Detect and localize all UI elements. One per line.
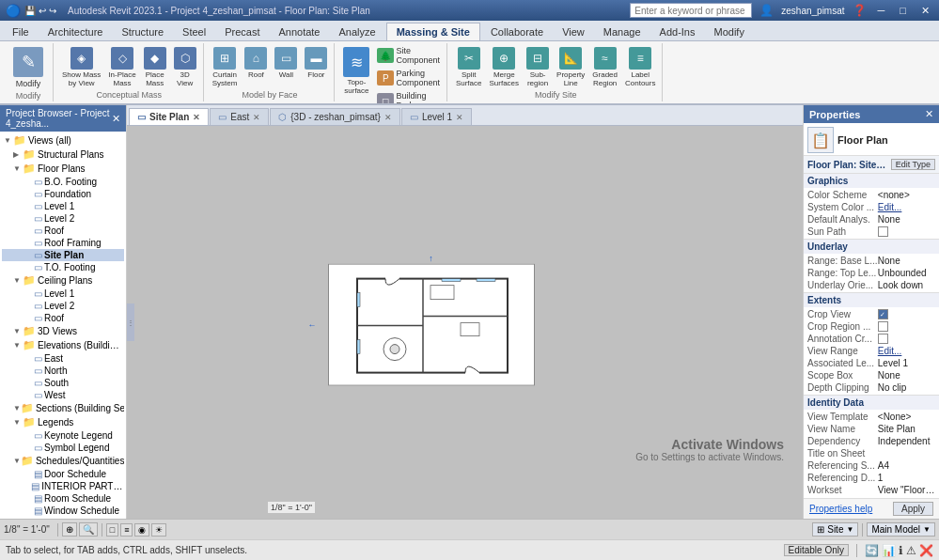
- redo-btn[interactable]: ↪: [49, 6, 56, 16]
- pp-value-edit[interactable]: Edit...: [878, 346, 902, 356]
- graded-region-btn[interactable]: ≈ GradedRegion: [589, 45, 620, 89]
- pp-checkbox-crop[interactable]: ✓: [878, 309, 888, 319]
- tree-item-roof-framing[interactable]: ▭ Roof Framing: [2, 237, 124, 249]
- tab-view[interactable]: View: [554, 23, 593, 40]
- tree-item-west[interactable]: ▭ West: [2, 389, 124, 401]
- tree-item-structural-plans[interactable]: ▶ 📁 Structural Plans: [2, 148, 124, 162]
- pp-section-header-graphics[interactable]: Graphics: [804, 174, 939, 188]
- show-mass-btn[interactable]: ◈ Show Massby View: [59, 45, 103, 89]
- tree-item-bo-footing[interactable]: ▭ B.O. Footing: [2, 176, 124, 188]
- tree-item-schedules[interactable]: ▼ 📁 Schedules/Quantities (all): [2, 454, 124, 468]
- left-panel-handle[interactable]: ⋮: [127, 303, 134, 341]
- tree-item-floor-plans[interactable]: ▼ 📁 Floor Plans: [2, 162, 124, 176]
- view-zoom-in-btn[interactable]: 🔍: [79, 522, 98, 537]
- view-display-btn[interactable]: □: [106, 523, 118, 537]
- pp-section-header-underlay[interactable]: Underlay: [804, 240, 939, 254]
- view-tab-level1[interactable]: ▭ Level 1 ✕: [401, 108, 472, 125]
- tree-item-south[interactable]: ▭ South: [2, 377, 124, 389]
- tree-item-foundation[interactable]: ▭ Foundation: [2, 188, 124, 200]
- place-mass-btn[interactable]: ◆ PlaceMass: [141, 45, 169, 89]
- warning-icon[interactable]: ⚠: [906, 544, 916, 557]
- tree-item-ceiling-level2[interactable]: ▭ Level 2: [2, 300, 124, 312]
- property-line-btn[interactable]: 📐 PropertyLine: [554, 45, 587, 89]
- tree-item-sheets[interactable]: ▼ 📁 Sheets (all): [2, 517, 124, 519]
- maximize-btn[interactable]: □: [896, 5, 910, 16]
- tree-item-legends[interactable]: ▼ 📁 Legends: [2, 415, 124, 429]
- view-tab-east[interactable]: ▭ East ✕: [210, 108, 269, 125]
- pp-checkbox-sun-path[interactable]: [878, 226, 888, 237]
- editable-only-btn[interactable]: Editable Only: [784, 544, 849, 556]
- site-dropdown[interactable]: ⊞ Site ▼: [812, 522, 858, 537]
- tree-item-roof[interactable]: ▭ Roof: [2, 225, 124, 237]
- pp-value-edit[interactable]: Edit...: [878, 202, 935, 212]
- tab-addins[interactable]: Add-Ins: [651, 23, 704, 40]
- error-icon[interactable]: ❌: [919, 544, 933, 557]
- tree-item-sections[interactable]: ▼ 📁 Sections (Building Section): [2, 401, 124, 415]
- minimize-btn[interactable]: ─: [874, 5, 889, 16]
- subregion-btn[interactable]: ⊟ Sub-region: [524, 45, 552, 89]
- pp-checkbox-crop-region[interactable]: [878, 321, 888, 332]
- tab-architecture[interactable]: Architecture: [39, 23, 112, 40]
- apply-btn[interactable]: Apply: [893, 502, 933, 516]
- tab-manage[interactable]: Manage: [595, 23, 649, 40]
- parking-component-btn[interactable]: P ParkingComponent: [374, 68, 443, 88]
- tree-item-ceiling-plans[interactable]: ▼ 📁 Ceiling Plans: [2, 273, 124, 288]
- toposurface-btn[interactable]: ≋ Topo-surface: [340, 45, 372, 97]
- undo-btn[interactable]: ↩: [39, 6, 46, 16]
- canvas-area[interactable]: ← ↑ 1/8" = 1'-0" Activate Windows Go to …: [127, 126, 803, 519]
- tree-item-room-schedule[interactable]: ▤ Room Schedule: [2, 492, 124, 505]
- curtain-system-btn[interactable]: ⊞ CurtainSystem: [210, 45, 241, 89]
- tree-item-to-footing[interactable]: ▭ T.O. Footing: [2, 261, 124, 273]
- pp-section-header-identity[interactable]: Identity Data: [804, 396, 939, 410]
- view-tab-3d[interactable]: ⬡ {3D - zeshan_pimsat} ✕: [270, 108, 400, 125]
- tab-analyze[interactable]: Analyze: [331, 23, 384, 40]
- tree-item-window-schedule[interactable]: ▤ Window Schedule: [2, 505, 124, 517]
- tree-item-site-plan[interactable]: ▭ Site Plan: [2, 249, 124, 261]
- worksets-icon[interactable]: 📊: [882, 544, 896, 557]
- tab-annotate[interactable]: Annotate: [270, 23, 328, 40]
- tree-item-symbol-legend[interactable]: ▭ Symbol Legend: [2, 442, 124, 454]
- tree-item-level1[interactable]: ▭ Level 1: [2, 200, 124, 212]
- view-zoom-fit-btn[interactable]: ⊕: [62, 522, 77, 537]
- label-contours-btn[interactable]: ≡ LabelContours: [622, 45, 658, 89]
- tab-file[interactable]: File: [4, 23, 38, 40]
- 3d-view-btn[interactable]: ⬡ 3DView: [171, 45, 199, 89]
- tree-item-ceiling-level1[interactable]: ▭ Level 1: [2, 288, 124, 300]
- pp-close-icon[interactable]: ✕: [925, 108, 933, 120]
- tree-item-door-schedule[interactable]: ▤ Door Schedule: [2, 468, 124, 480]
- info-icon[interactable]: ℹ: [899, 544, 903, 557]
- edit-type-btn[interactable]: Edit Type: [891, 159, 935, 170]
- site-component-btn[interactable]: 🌲 SiteComponent: [374, 45, 443, 66]
- search-input[interactable]: [630, 3, 752, 18]
- tab-precast[interactable]: Precast: [216, 23, 268, 40]
- view-tab-close-icon[interactable]: ✕: [253, 113, 260, 122]
- building-pad-btn[interactable]: ◻ BuildingPad: [374, 90, 443, 105]
- close-btn[interactable]: ✕: [917, 5, 933, 17]
- tree-item-north[interactable]: ▭ North: [2, 365, 124, 377]
- tab-modify[interactable]: Modify: [706, 23, 753, 40]
- view-tab-site-plan[interactable]: ▭ Site Plan ✕: [129, 108, 209, 125]
- tree-item-keynote-legend[interactable]: ▭ Keynote Legend: [2, 429, 124, 442]
- roof-btn[interactable]: ⌂ Roof: [242, 45, 270, 81]
- tree-item-views[interactable]: ▼ 📁 Views (all): [2, 133, 124, 148]
- tree-item-interior-partition[interactable]: ▤ INTERIOR PARTITION SCI: [2, 480, 124, 492]
- view-tab-close-icon[interactable]: ✕: [384, 113, 392, 122]
- tree-item-elevations[interactable]: ▼ 📁 Elevations (Building Elevatio: [2, 338, 124, 352]
- merge-surfaces-btn[interactable]: ⊕ MergeSurfaces: [487, 45, 523, 89]
- wall-btn[interactable]: ▭ Wall: [272, 45, 300, 81]
- view-detail-level-btn[interactable]: ≡: [120, 523, 133, 537]
- tree-item-level2[interactable]: ▭ Level 2: [2, 212, 124, 225]
- sync-icon[interactable]: 🔄: [865, 544, 879, 557]
- tab-collaborate[interactable]: Collaborate: [482, 23, 552, 40]
- quick-access-btn[interactable]: 💾: [24, 6, 36, 16]
- help-icon[interactable]: ❓: [853, 4, 867, 17]
- workset-dropdown[interactable]: Main Model ▼: [867, 522, 935, 537]
- properties-help-link[interactable]: Properties help: [809, 504, 872, 514]
- view-shadows-btn[interactable]: ☀: [151, 523, 166, 537]
- tab-massing-site[interactable]: Massing & Site: [386, 23, 480, 40]
- view-tab-close-icon[interactable]: ✕: [193, 113, 200, 122]
- view-tab-close-icon[interactable]: ✕: [456, 113, 463, 122]
- pp-checkbox-annotation[interactable]: [878, 334, 888, 344]
- tab-steel[interactable]: Steel: [174, 23, 214, 40]
- tree-item-ceiling-roof[interactable]: ▭ Roof: [2, 312, 124, 324]
